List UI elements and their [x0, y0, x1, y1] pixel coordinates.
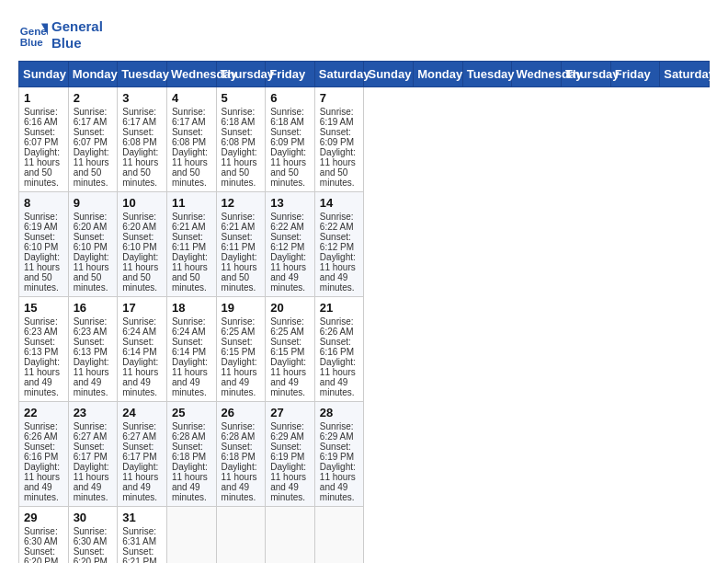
- sunrise-label: Sunrise: 6:27 AM: [74, 421, 108, 442]
- sunset-label: Sunset: 6:08 PM: [222, 127, 256, 147]
- col-header-wednesday: Wednesday: [166, 62, 216, 87]
- sunset-label: Sunset: 6:08 PM: [122, 127, 156, 147]
- day-number: 31: [122, 511, 162, 524]
- sunset-label: Sunset: 6:17 PM: [74, 442, 108, 462]
- logo: General Blue General Blue: [18, 18, 103, 52]
- daylight-label: Daylight: 11 hours and 49 minutes.: [24, 357, 60, 397]
- calendar-cell: [314, 507, 364, 564]
- calendar-cell: 13Sunrise: 6:22 AMSunset: 6:12 PMDayligh…: [266, 192, 315, 297]
- col-header-tuesday: Tuesday: [462, 62, 512, 87]
- col-header-friday: Friday: [266, 62, 315, 87]
- calendar-cell: 18Sunrise: 6:24 AMSunset: 6:14 PMDayligh…: [166, 297, 216, 402]
- sunset-label: Sunset: 6:09 PM: [270, 127, 304, 147]
- calendar-cell: 8Sunrise: 6:19 AMSunset: 6:10 PMDaylight…: [19, 192, 69, 297]
- calendar-cell: 29Sunrise: 6:30 AMSunset: 6:20 PMDayligh…: [19, 507, 69, 564]
- sunset-label: Sunset: 6:19 PM: [270, 442, 304, 462]
- sunset-label: Sunset: 6:10 PM: [24, 232, 58, 252]
- sunrise-label: Sunrise: 6:30 AM: [74, 526, 108, 546]
- sunrise-label: Sunrise: 6:24 AM: [172, 316, 206, 337]
- daylight-label: Daylight: 11 hours and 49 minutes.: [122, 462, 158, 502]
- daylight-label: Daylight: 11 hours and 49 minutes.: [320, 357, 356, 397]
- calendar-cell: 15Sunrise: 6:23 AMSunset: 6:13 PMDayligh…: [19, 297, 69, 402]
- daylight-label: Daylight: 11 hours and 49 minutes.: [24, 462, 60, 502]
- col-header-sunday: Sunday: [19, 62, 69, 87]
- calendar-cell: 24Sunrise: 6:27 AMSunset: 6:17 PMDayligh…: [118, 402, 167, 507]
- calendar-cell: 11Sunrise: 6:21 AMSunset: 6:11 PMDayligh…: [166, 192, 216, 297]
- daylight-label: Daylight: 11 hours and 49 minutes.: [222, 462, 257, 502]
- calendar-cell: 7Sunrise: 6:19 AMSunset: 6:09 PMDaylight…: [314, 87, 364, 192]
- day-number: 4: [172, 91, 211, 105]
- daylight-label: Daylight: 11 hours and 50 minutes.: [24, 252, 60, 293]
- day-number: 3: [122, 91, 162, 105]
- sunrise-label: Sunrise: 6:28 AM: [172, 421, 206, 442]
- day-number: 23: [74, 406, 113, 419]
- sunrise-label: Sunrise: 6:18 AM: [222, 107, 256, 127]
- col-header-monday: Monday: [414, 62, 463, 87]
- daylight-label: Daylight: 11 hours and 49 minutes.: [74, 462, 109, 502]
- calendar-cell: 16Sunrise: 6:23 AMSunset: 6:13 PMDayligh…: [68, 297, 118, 402]
- week-row-2: 8Sunrise: 6:19 AMSunset: 6:10 PMDaylight…: [19, 192, 710, 297]
- calendar-cell: 5Sunrise: 6:18 AMSunset: 6:08 PMDaylight…: [216, 87, 266, 192]
- sunset-label: Sunset: 6:14 PM: [122, 337, 156, 357]
- sunrise-label: Sunrise: 6:25 AM: [222, 316, 256, 337]
- sunrise-label: Sunrise: 6:17 AM: [172, 107, 206, 127]
- day-number: 12: [222, 196, 261, 210]
- calendar-cell: 22Sunrise: 6:26 AMSunset: 6:16 PMDayligh…: [19, 402, 69, 507]
- daylight-label: Daylight: 11 hours and 49 minutes.: [320, 462, 356, 502]
- calendar-cell: 25Sunrise: 6:28 AMSunset: 6:18 PMDayligh…: [166, 402, 216, 507]
- daylight-label: Daylight: 11 hours and 50 minutes.: [74, 252, 109, 293]
- day-number: 30: [74, 511, 113, 524]
- day-number: 15: [24, 301, 63, 315]
- day-number: 28: [320, 406, 359, 419]
- day-number: 17: [122, 301, 162, 315]
- calendar-cell: [266, 507, 315, 564]
- day-number: 22: [24, 406, 63, 419]
- sunrise-label: Sunrise: 6:26 AM: [320, 316, 354, 337]
- calendar-cell: 23Sunrise: 6:27 AMSunset: 6:17 PMDayligh…: [68, 402, 118, 507]
- sunset-label: Sunset: 6:18 PM: [222, 442, 256, 462]
- logo-blue: Blue: [51, 35, 82, 51]
- week-row-3: 15Sunrise: 6:23 AMSunset: 6:13 PMDayligh…: [19, 297, 710, 402]
- sunset-label: Sunset: 6:12 PM: [320, 232, 354, 252]
- week-row-4: 22Sunrise: 6:26 AMSunset: 6:16 PMDayligh…: [19, 402, 710, 507]
- sunrise-label: Sunrise: 6:23 AM: [74, 316, 108, 337]
- sunrise-label: Sunrise: 6:20 AM: [122, 212, 156, 232]
- daylight-label: Daylight: 11 hours and 49 minutes.: [270, 252, 306, 293]
- sunrise-label: Sunrise: 6:27 AM: [122, 421, 156, 442]
- calendar-cell: 4Sunrise: 6:17 AMSunset: 6:08 PMDaylight…: [166, 87, 216, 192]
- daylight-label: Daylight: 11 hours and 49 minutes.: [172, 357, 208, 397]
- sunset-label: Sunset: 6:12 PM: [270, 232, 304, 252]
- daylight-label: Daylight: 11 hours and 50 minutes.: [172, 252, 208, 293]
- daylight-label: Daylight: 11 hours and 50 minutes.: [122, 252, 158, 293]
- calendar-cell: 28Sunrise: 6:29 AMSunset: 6:19 PMDayligh…: [314, 402, 364, 507]
- sunrise-label: Sunrise: 6:30 AM: [24, 526, 58, 546]
- col-header-tuesday: Tuesday: [118, 62, 167, 87]
- daylight-label: Daylight: 11 hours and 50 minutes.: [222, 147, 257, 188]
- sunset-label: Sunset: 6:18 PM: [172, 442, 206, 462]
- day-number: 24: [122, 406, 162, 419]
- day-number: 18: [172, 301, 211, 315]
- day-number: 14: [320, 196, 359, 210]
- calendar-cell: [216, 507, 266, 564]
- daylight-label: Daylight: 11 hours and 50 minutes.: [270, 147, 306, 188]
- sunrise-label: Sunrise: 6:19 AM: [24, 212, 58, 232]
- day-number: 7: [320, 91, 359, 105]
- sunset-label: Sunset: 6:08 PM: [172, 127, 206, 147]
- daylight-label: Daylight: 11 hours and 50 minutes.: [74, 147, 109, 188]
- sunset-label: Sunset: 6:10 PM: [74, 232, 108, 252]
- sunset-label: Sunset: 6:11 PM: [172, 232, 206, 252]
- sunset-label: Sunset: 6:14 PM: [172, 337, 206, 357]
- sunset-label: Sunset: 6:21 PM: [122, 546, 156, 563]
- daylight-label: Daylight: 11 hours and 49 minutes.: [222, 357, 257, 397]
- day-number: 16: [74, 301, 113, 315]
- day-number: 26: [222, 406, 261, 419]
- sunrise-label: Sunrise: 6:17 AM: [74, 107, 108, 127]
- sunset-label: Sunset: 6:16 PM: [320, 337, 354, 357]
- sunrise-label: Sunrise: 6:23 AM: [24, 316, 58, 337]
- daylight-label: Daylight: 11 hours and 50 minutes.: [172, 147, 208, 188]
- sunset-label: Sunset: 6:19 PM: [320, 442, 354, 462]
- calendar-cell: 31Sunrise: 6:31 AMSunset: 6:21 PMDayligh…: [118, 507, 167, 564]
- sunrise-label: Sunrise: 6:20 AM: [74, 212, 108, 232]
- day-number: 9: [74, 196, 113, 210]
- sunset-label: Sunset: 6:15 PM: [270, 337, 304, 357]
